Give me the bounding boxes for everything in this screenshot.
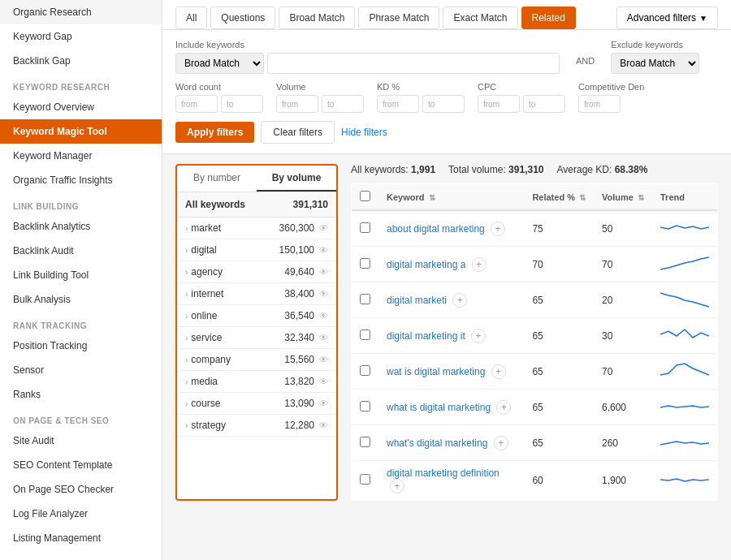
eye-icon[interactable]: 👁 — [319, 267, 328, 277]
eye-icon[interactable]: 👁 — [319, 420, 328, 430]
sidebar-item-bulk-analysis[interactable]: Bulk Analysis — [0, 287, 162, 312]
eye-icon[interactable]: 👁 — [319, 289, 328, 299]
sidebar-item-keyword-gap[interactable]: Keyword Gap — [0, 24, 162, 49]
sidebar-item-backlink-audit[interactable]: Backlink Audit — [0, 239, 162, 263]
left-panel-row[interactable]: › online 36,540 👁 — [177, 305, 336, 327]
add-keyword-button[interactable]: + — [452, 293, 467, 308]
results-table: Keyword ⇅ Related % ⇅ Volume ⇅ Trend abo… — [351, 183, 718, 501]
add-keyword-button[interactable]: + — [471, 329, 486, 343]
sidebar-item-site-audit[interactable]: Site Audit — [0, 429, 162, 453]
cpc-to[interactable] — [523, 95, 565, 113]
sidebar-item-backlink-analytics[interactable]: Backlink Analytics — [0, 214, 162, 239]
trend-sparkline — [660, 396, 709, 416]
exclude-match-type-select[interactable]: Broad Match Phrase Match Exact Match — [611, 53, 699, 74]
add-keyword-button[interactable]: + — [494, 436, 508, 450]
apply-filters-button[interactable]: Apply filters — [175, 122, 254, 143]
volume-to[interactable] — [322, 95, 364, 113]
eye-icon[interactable]: 👁 — [319, 245, 328, 255]
row-checkbox[interactable] — [360, 258, 370, 269]
add-keyword-button[interactable]: + — [491, 364, 506, 379]
left-panel-row[interactable]: › course 13,090 👁 — [177, 393, 336, 415]
row-checkbox[interactable] — [360, 401, 370, 411]
clear-filters-button[interactable]: Clear filters — [261, 121, 335, 144]
left-panel-row[interactable]: › company 15,560 👁 — [177, 349, 336, 371]
left-panel-row[interactable]: › market 360,300 👁 — [177, 218, 336, 239]
eye-icon[interactable]: 👁 — [319, 333, 328, 342]
tab-by-number[interactable]: By number — [177, 166, 257, 192]
sidebar-item-organic-research[interactable]: Organic Research — [0, 0, 162, 24]
keyword-sort-icon[interactable]: ⇅ — [429, 193, 435, 202]
eye-icon[interactable]: 👁 — [319, 377, 328, 386]
row-checkbox[interactable] — [360, 294, 370, 304]
hide-filters-button[interactable]: Hide filters — [341, 127, 387, 138]
sidebar-item-backlink-gap[interactable]: Backlink Gap — [0, 49, 162, 73]
tab-broad-match[interactable]: Broad Match — [279, 6, 355, 29]
row-checkbox[interactable] — [360, 437, 370, 447]
advanced-filters-button[interactable]: Advanced filters ▼ — [616, 6, 718, 29]
add-keyword-button[interactable]: + — [496, 400, 511, 415]
sidebar-item-ranks[interactable]: Ranks — [0, 382, 162, 407]
sidebar-item-organic-traffic-insights[interactable]: Organic Traffic Insights — [0, 168, 162, 192]
tab-exact-match[interactable]: Exact Match — [443, 6, 517, 29]
add-keyword-button[interactable]: + — [472, 257, 487, 272]
add-keyword-button[interactable]: + — [491, 222, 505, 236]
sidebar-item-keyword-overview[interactable]: Keyword Overview — [0, 95, 162, 119]
comp-den-from[interactable] — [578, 95, 621, 113]
related-sort-icon[interactable]: ⇅ — [579, 193, 586, 202]
row-checkbox[interactable] — [360, 222, 370, 233]
keyword-link[interactable]: digital marketing definition — [387, 467, 500, 479]
add-keyword-button[interactable]: + — [390, 479, 404, 493]
word-count-to[interactable] — [221, 95, 263, 113]
sidebar-item-on-page-seo-checker[interactable]: On Page SEO Checker — [0, 477, 162, 502]
kd-from[interactable] — [377, 95, 419, 113]
tab-phrase-match[interactable]: Phrase Match — [358, 6, 439, 29]
keyword-link[interactable]: digital marketi — [387, 295, 447, 306]
tab-all[interactable]: All — [175, 6, 207, 29]
tab-related[interactable]: Related — [521, 6, 576, 29]
keyword-link[interactable]: wat is digital marketing — [387, 366, 485, 377]
sidebar-item-position-tracking[interactable]: Position Tracking — [0, 334, 162, 358]
left-panel-row[interactable]: › service 32,340 👁 — [177, 327, 336, 349]
kd-to[interactable] — [422, 95, 465, 113]
row-checkbox[interactable] — [360, 330, 370, 340]
eye-icon[interactable]: 👁 — [319, 398, 328, 408]
tab-by-volume[interactable]: By volume — [257, 166, 336, 192]
volume-from[interactable] — [276, 95, 318, 113]
sidebar-item-link-building-tool[interactable]: Link Building Tool — [0, 263, 162, 287]
eye-icon[interactable]: 👁 — [319, 355, 328, 364]
left-panel-row[interactable]: › agency 49,640 👁 — [177, 261, 336, 283]
trend-sparkline — [660, 289, 709, 308]
keyword-link[interactable]: what's digital marketing — [387, 437, 487, 449]
keyword-link[interactable]: about digital marketing — [387, 223, 485, 235]
sidebar-item-keyword-manager[interactable]: Keyword Manager — [0, 144, 162, 168]
sidebar-item-label: Link Building Tool — [13, 269, 89, 281]
keyword-link[interactable]: digital marketing it — [387, 330, 465, 342]
left-panel-row[interactable]: › strategy 12,280 👁 — [177, 415, 336, 437]
left-panel-tabs: By number By volume — [177, 166, 336, 192]
keyword-link[interactable]: what is digital marketing — [387, 402, 491, 413]
select-all-checkbox[interactable] — [360, 191, 370, 201]
sidebar-item-keyword-magic-tool[interactable]: Keyword Magic Tool — [0, 119, 162, 144]
left-panel-row[interactable]: › internet 38,400 👁 — [177, 283, 336, 305]
volume-sort-icon[interactable]: ⇅ — [638, 193, 644, 202]
eye-icon[interactable]: 👁 — [319, 223, 328, 233]
tab-questions[interactable]: Questions — [210, 6, 275, 29]
sidebar-item-seo-content-template[interactable]: SEO Content Template — [0, 453, 162, 477]
sidebar-item-sensor[interactable]: Sensor — [0, 358, 162, 382]
left-panel-row[interactable]: › digital 150,100 👁 — [177, 239, 336, 261]
left-panel-row[interactable]: › media 13,820 👁 — [177, 371, 336, 393]
sidebar-item-label: Organic Traffic Insights — [13, 174, 113, 186]
related-pct: 65 — [524, 390, 594, 425]
sidebar-item-log-file-analyzer[interactable]: Log File Analyzer — [0, 502, 162, 526]
row-checkbox[interactable] — [360, 365, 370, 376]
comp-den-label: Competitive Den — [578, 82, 644, 92]
row-checkbox[interactable] — [360, 474, 370, 485]
include-keywords-input[interactable] — [267, 53, 560, 74]
cpc-from[interactable] — [478, 95, 520, 113]
include-match-type-select[interactable]: Broad Match Phrase Match Exact Match — [175, 53, 264, 74]
sidebar-item-listing-management[interactable]: Listing Management — [0, 526, 162, 550]
word-count-from[interactable] — [175, 95, 218, 113]
trend-sparkline — [660, 325, 709, 344]
keyword-link[interactable]: digital marketing a — [387, 259, 465, 270]
eye-icon[interactable]: 👁 — [319, 311, 328, 321]
